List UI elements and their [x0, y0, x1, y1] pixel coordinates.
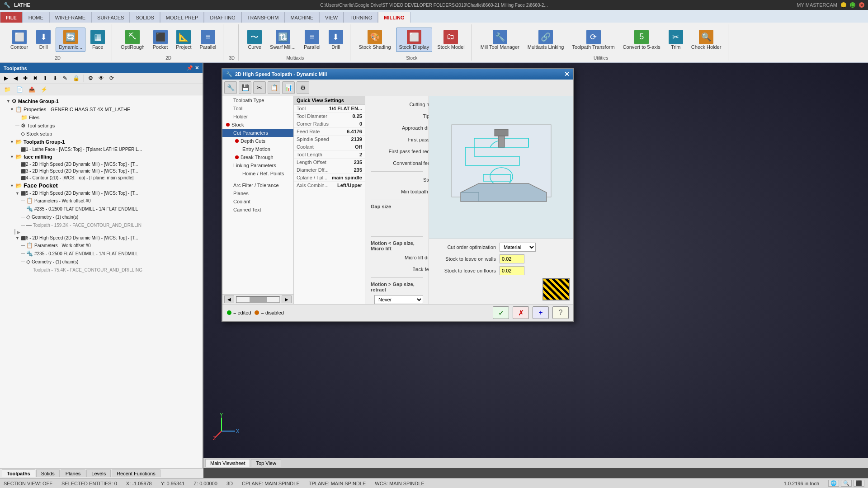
btn-convert-5axis[interactable]: 5 Convert to 5-axis: [620, 28, 664, 52]
dlg-nav-right[interactable]: ▶: [282, 296, 292, 303]
dlg-tree-depth-cuts[interactable]: Depth Cuts: [222, 137, 293, 145]
tree-machine-group[interactable]: ▼ ⚙ Machine Group-1: [2, 97, 201, 105]
dlg-nav-scroll[interactable]: [236, 296, 280, 303]
dlg-tree-holder[interactable]: Holder: [222, 113, 293, 121]
tb-settings[interactable]: ⚙: [86, 74, 95, 83]
dlg-tree-cut-params[interactable]: Cut Parameters: [222, 129, 293, 137]
tb-stop[interactable]: ◀: [11, 74, 20, 83]
dialog-add-btn[interactable]: +: [533, 306, 549, 319]
btn-pocket[interactable]: ⬛ Pocket: [150, 28, 171, 52]
tree-params-6[interactable]: — 📋 Parameters - Work offset #0: [2, 241, 201, 249]
btn-stock-model[interactable]: 🗂 Stock Model: [434, 28, 468, 52]
tree-op2[interactable]: ⬛ 2 - 2D High Speed (2D Dynamic Mill) - …: [2, 161, 201, 168]
dlg-tree-planes[interactable]: Planes: [222, 189, 293, 197]
tab-transform[interactable]: TRANSFORM: [241, 12, 285, 23]
panel-pin-btn[interactable]: 📌: [187, 65, 193, 71]
tree-properties[interactable]: ▼ 📋 Properties - GENERIC HAAS ST 4X MT_L…: [2, 105, 201, 113]
tab-milling[interactable]: MILLING: [378, 12, 410, 23]
btn-parallel2[interactable]: ≡ Parallel: [301, 28, 324, 52]
viewport-tab-main[interactable]: Main Viewsheet: [205, 459, 250, 467]
tab-surfaces[interactable]: SURFACES: [91, 12, 130, 23]
dialog-help-btn[interactable]: ?: [552, 306, 569, 319]
tb2-file[interactable]: 📄: [14, 85, 25, 94]
dtb-cut[interactable]: ✂: [253, 81, 266, 94]
btn-drill[interactable]: ⬇ Drill: [33, 28, 54, 52]
tab-turning[interactable]: TURNING: [344, 12, 378, 23]
tree-tool-settings[interactable]: — ⚙ Tool settings: [2, 122, 201, 130]
dlg-tree-break-through[interactable]: Break Through: [222, 153, 293, 161]
tab-model-prep[interactable]: MODEL PREP: [160, 12, 204, 23]
stock-walls-input[interactable]: [500, 254, 524, 263]
dtb-paste[interactable]: 📋: [268, 81, 280, 94]
btn-check-holder[interactable]: 🔍 Check Holder: [688, 28, 725, 52]
tb2-flash[interactable]: ⚡: [38, 85, 50, 94]
btn-optirough[interactable]: ⛏ OptiRough: [118, 28, 148, 52]
tb-down[interactable]: ⬇: [51, 74, 60, 83]
dialog-cancel-btn[interactable]: ✗: [513, 306, 529, 319]
dlg-tree-linking-params[interactable]: Linking Parameters: [222, 161, 293, 169]
btab-planes[interactable]: Planes: [61, 469, 86, 477]
tree-files[interactable]: 📁 Files: [2, 113, 201, 122]
dlg-tree-arc-filter[interactable]: Arc Filter / Tolerance: [222, 181, 293, 189]
viewport-tab-top[interactable]: Top View: [251, 459, 281, 467]
tab-home[interactable]: HOME: [23, 12, 49, 23]
dlg-nav-left[interactable]: ◀: [224, 296, 234, 303]
tab-wireframe[interactable]: WIREFRAME: [49, 12, 91, 23]
globe-btn[interactable]: 🌐: [828, 480, 839, 487]
btn-face[interactable]: ▦ Face: [87, 28, 108, 52]
tree-toolpath-group-1[interactable]: ▼ 📂 Toolpath Group-1: [2, 138, 201, 146]
btn-contour[interactable]: ⬜ Contour: [7, 28, 31, 52]
tab-file[interactable]: FILE: [0, 12, 23, 23]
panel-close-btn[interactable]: ✕: [195, 65, 199, 71]
btab-levels[interactable]: Levels: [86, 469, 111, 477]
dlg-tree-entry-motion[interactable]: Entry Motion: [222, 145, 293, 153]
btn-stock-shading[interactable]: 🎨 Stock Shading: [356, 28, 394, 52]
tb-up[interactable]: ⬆: [41, 74, 50, 83]
tree-op1[interactable]: ⬛ 1 - Lathe Face - [WCS: Top] - [Tplane:…: [2, 146, 201, 153]
dlg-tree-home-ref[interactable]: Home / Ref. Points: [222, 169, 293, 178]
tree-op4[interactable]: ⬛ 4 - Contour (2D) - [WCS: Top] - [Tplan…: [2, 174, 201, 181]
btab-toolpaths[interactable]: Toolpaths: [2, 469, 35, 477]
tb2-folder[interactable]: 📁: [2, 85, 13, 94]
btn-multiaxis-link[interactable]: 🔗 Multiaxis Linking: [524, 28, 567, 52]
dtb-save[interactable]: 💾: [239, 81, 251, 94]
dialog-ok-btn[interactable]: ✓: [493, 306, 509, 319]
tb-regen[interactable]: ⟳: [107, 74, 116, 83]
tree-geom-6[interactable]: — ◇ Geometry - (1) chain(s): [2, 258, 201, 266]
btn-toolpath-transform[interactable]: ⟳ Toolpath Transform: [569, 28, 618, 52]
dtb-chart[interactable]: 📊: [282, 81, 295, 94]
dialog-close-btn[interactable]: ✕: [564, 70, 570, 78]
tb-add[interactable]: ✚: [21, 74, 30, 83]
maximize-btn[interactable]: □: [850, 2, 855, 8]
tree-geom-5[interactable]: — ◇ Geometry - (1) chain(s): [2, 213, 201, 221]
btn-swarf[interactable]: 🔃 Swarf Mill...: [267, 28, 299, 52]
btn-drill2[interactable]: ⬇ Drill: [326, 28, 346, 52]
tree-toolpath-6[interactable]: — — Toolpath - 75.4K - FACE_CONTOUR_AND_…: [2, 266, 201, 274]
tree-stock-setup[interactable]: — ◇ Stock setup: [2, 130, 201, 138]
tb-lock[interactable]: 🔒: [71, 74, 82, 83]
tree-op3[interactable]: ⬛ 3 - 2D High Speed (2D Dynamic Mill) - …: [2, 168, 201, 174]
tab-machine[interactable]: MACHINE: [284, 12, 319, 23]
tree-face-pocket[interactable]: ▼ 📂 Face Pocket: [2, 181, 201, 190]
dlg-tree-stock[interactable]: Stock: [222, 121, 293, 129]
tb-view[interactable]: 👁: [96, 74, 106, 83]
tb-play[interactable]: ▶: [2, 74, 10, 83]
tree-face-milling[interactable]: ▼ 📂 face millling: [2, 153, 201, 161]
tb-delete[interactable]: ✖: [31, 74, 40, 83]
dlg-tree-canned-text[interactable]: Canned Text: [222, 206, 293, 214]
tree-tool-235-6[interactable]: — 🔩 #235 - 0.2500 FLAT ENDMILL - 1/4 FLA…: [2, 249, 201, 258]
tree-tool-235-5[interactable]: — 🔩 #235 - 0.2500 FLAT ENDMILL - 1/4 FLA…: [2, 205, 201, 213]
dlg-tree-coolant[interactable]: Coolant: [222, 197, 293, 206]
dlg-tree-toolpath-type[interactable]: Toolpath Type: [222, 96, 293, 104]
btn-mill-tool-mgr[interactable]: 🔧 Mill Tool Manager: [477, 28, 523, 52]
zoom-btn[interactable]: 🔍: [841, 480, 852, 487]
close-btn[interactable]: ×: [859, 2, 864, 8]
stock-floors-input[interactable]: [500, 266, 524, 275]
tab-drafting[interactable]: DRAFTING: [204, 12, 241, 23]
tree-op6[interactable]: ▼ ⬛ 6 - 2D High Speed (2D Dynamic Mill) …: [2, 235, 201, 241]
tree-op5[interactable]: ▼ ⬛ 5 - 2D High Speed (2D Dynamic Mill) …: [2, 190, 201, 197]
btab-recent-funcs[interactable]: Recent Functions: [112, 469, 160, 477]
dtb-tool[interactable]: 🔧: [224, 81, 237, 94]
minimize-btn[interactable]: _: [841, 2, 846, 8]
tree-toolpath-5[interactable]: — — Toolpath - 159.3K - FACE_CONTOUR_AND…: [2, 221, 201, 229]
